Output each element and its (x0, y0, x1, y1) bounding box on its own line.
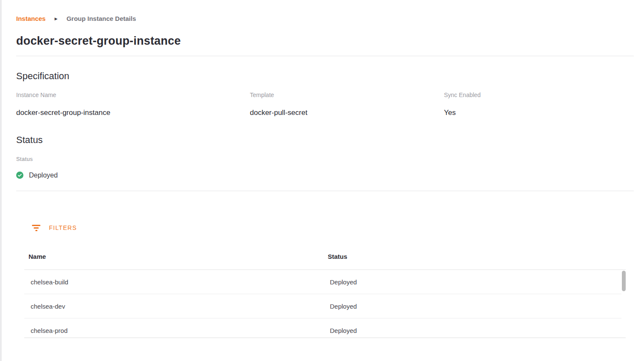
field-sync-enabled: Sync Enabled Yes (444, 92, 634, 117)
column-header-name: Name (29, 253, 328, 260)
status-field-label: Status (16, 156, 634, 162)
left-edge-strip (0, 0, 2, 361)
cell-name: chelsea-build (31, 278, 330, 286)
status-heading: Status (16, 135, 634, 146)
field-label-template: Template (250, 92, 444, 98)
table-row-chelsea-dev[interactable]: chelsea-dev Deployed (24, 294, 621, 318)
breadcrumb-current-page: Group Instance Details (66, 15, 136, 23)
field-template: Template docker-pull-secret (250, 92, 444, 117)
status-divider (16, 191, 634, 191)
specification-fields: Instance Name docker-secret-group-instan… (16, 92, 634, 117)
breadcrumb-link-instances[interactable]: Instances (16, 15, 46, 23)
table-body: chelsea-build Deployed chelsea-dev Deplo… (24, 270, 626, 338)
cell-name: chelsea-prod (31, 327, 330, 334)
chevron-right-icon: ▶ (54, 15, 57, 23)
status-value: Deployed (29, 172, 58, 179)
field-label-sync-enabled: Sync Enabled (444, 92, 634, 98)
cell-name: chelsea-dev (31, 303, 330, 310)
table-header-row: Name Status (24, 253, 626, 270)
breadcrumb: Instances ▶ Group Instance Details (16, 15, 634, 23)
table-row-chelsea-build[interactable]: chelsea-build Deployed (24, 270, 621, 294)
filters-button-label: FILTERS (49, 224, 77, 231)
cell-status: Deployed (330, 327, 621, 334)
field-value-instance-name: docker-secret-group-instance (16, 109, 250, 117)
table-scrollbar[interactable] (622, 271, 626, 291)
field-instance-name: Instance Name docker-secret-group-instan… (16, 92, 250, 117)
field-value-template: docker-pull-secret (250, 109, 444, 117)
column-header-status: Status (328, 253, 626, 260)
check-circle-icon (16, 172, 23, 179)
group-instance-details-page: Instances ▶ Group Instance Details docke… (0, 0, 644, 338)
clusters-panel: FILTERS Name Status chelsea-build Deploy… (24, 223, 626, 338)
cell-status: Deployed (330, 303, 621, 310)
filters-button[interactable]: FILTERS (24, 223, 77, 232)
status-value-row: Deployed (16, 172, 634, 179)
field-label-instance-name: Instance Name (16, 92, 250, 98)
table-row-chelsea-prod[interactable]: chelsea-prod Deployed (24, 318, 621, 338)
specification-heading: Specification (16, 71, 634, 82)
filter-funnel-icon (32, 225, 40, 231)
page-title: docker-secret-group-instance (16, 34, 634, 47)
title-divider (16, 56, 634, 56)
field-value-sync-enabled: Yes (444, 109, 634, 117)
cell-status: Deployed (330, 278, 621, 286)
